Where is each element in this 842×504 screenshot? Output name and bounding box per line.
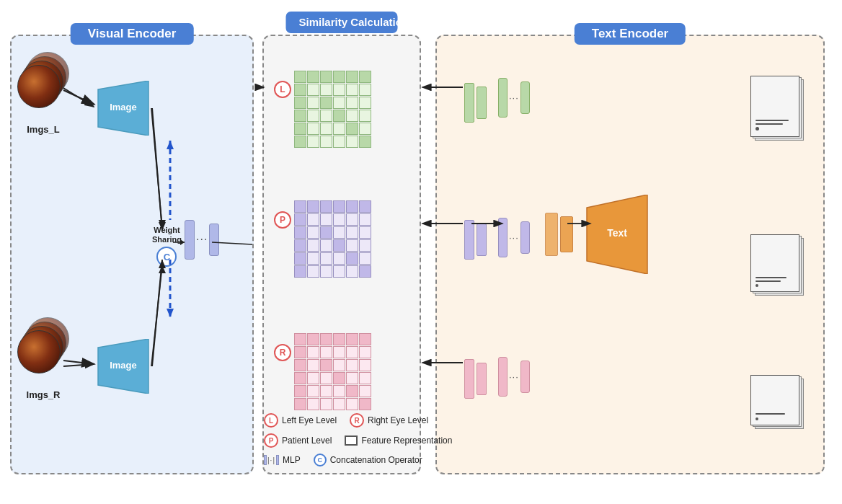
eye-images-top: Imgs_L — [17, 52, 69, 135]
matrix-p — [294, 200, 371, 278]
text-mlp-p: ··· — [498, 218, 530, 257]
svg-line-22 — [151, 108, 162, 228]
svg-line-5 — [152, 108, 162, 231]
patient-label: Patient Level — [282, 436, 332, 446]
p-circle: P — [274, 211, 291, 229]
visual-encoder-title: Visual Encoder — [71, 23, 194, 45]
text-mlp-l: ··· — [498, 78, 530, 118]
concat-label: Concatenation Operator — [330, 455, 422, 465]
right-eye-label: Right Eye Level — [368, 415, 428, 425]
legend-right-eye: R Right Eye Level — [350, 413, 428, 428]
similarity-title: Similarity Calculation — [286, 12, 398, 33]
legend-feature: Feature Representation — [345, 433, 452, 448]
svg-line-12 — [152, 260, 162, 366]
document-stack — [748, 76, 812, 350]
svg-text:Image: Image — [110, 102, 137, 112]
svg-marker-8 — [167, 141, 174, 149]
feature-label: Feature Representation — [361, 436, 452, 446]
feature-rect-l — [464, 83, 487, 123]
legend-concatenation: C Concatenation Operator — [314, 454, 422, 467]
left-eye-label: Left Eye Level — [282, 415, 337, 425]
matrix-l — [294, 71, 371, 148]
trapezoid-bottom-icon: Image — [94, 339, 152, 394]
mlp-block-visual: ··· — [185, 220, 219, 260]
svg-line-24 — [151, 265, 162, 366]
text-trapezoid-icon: Text — [581, 195, 653, 274]
weight-sharing-block: WeightSharing C — [152, 226, 182, 267]
text-encoder-box: Text Encoder Text — [435, 35, 825, 474]
image-block-top: Image — [94, 81, 152, 136]
feature-rect-p — [464, 220, 487, 260]
text-encoder-title: Text Encoder — [575, 23, 686, 45]
imgs-l-label: Imgs_L — [17, 124, 69, 135]
r-circle: R — [274, 344, 291, 361]
legend-mlp: |·| MLP — [264, 454, 301, 467]
matrix-r — [294, 333, 371, 410]
imgs-r-label: Imgs_R — [17, 389, 69, 400]
c-operator-circle: C — [156, 247, 177, 267]
feature-rect-r — [464, 359, 487, 399]
legend-patient: P Patient Level — [264, 433, 332, 448]
svg-text:Text: Text — [607, 227, 627, 239]
mlp-legend-label: MLP — [283, 455, 301, 465]
text-feature-rects-l — [545, 213, 573, 256]
trapezoid-top-icon: Image — [94, 81, 152, 136]
svg-marker-9 — [167, 309, 174, 317]
similarity-box: Similarity Calculation L — [262, 35, 421, 474]
weight-sharing-label: WeightSharing — [152, 226, 182, 244]
svg-text:Image: Image — [110, 360, 137, 371]
visual-encoder-box: Visual Encoder Imgs_L Image — [10, 35, 254, 474]
legend-area: L Left Eye Level R Right Eye Level P Pat… — [264, 413, 502, 467]
image-block-bottom: Image — [94, 339, 152, 394]
eye-images-bottom: Imgs_R — [17, 317, 69, 400]
text-mlp-r: ··· — [498, 357, 530, 397]
l-circle: L — [274, 81, 291, 98]
text-block: Text — [581, 195, 653, 277]
legend-left-eye: L Left Eye Level — [264, 413, 337, 428]
